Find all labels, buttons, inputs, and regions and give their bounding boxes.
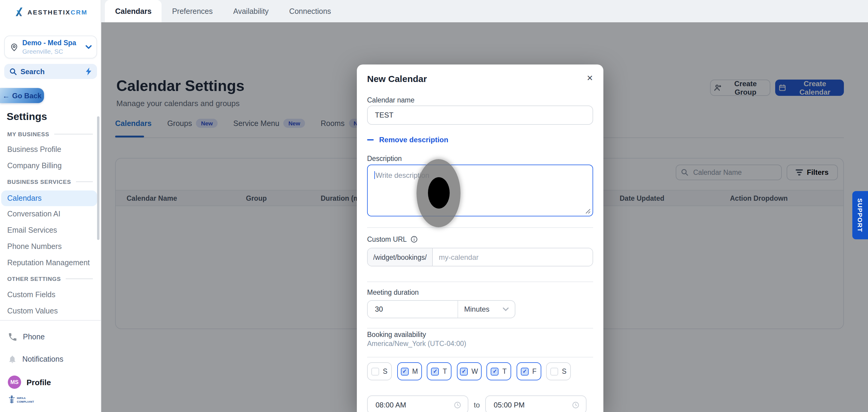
location-name: Demo - Med Spa (22, 39, 86, 47)
day-selector: S ✓M ✓T ✓W ✓T ✓F S (367, 362, 571, 380)
brand-name: AESTHETIXCRM (27, 8, 87, 16)
sidebar-item-calendars[interactable]: Calendars (1, 190, 97, 206)
section-label-other-settings: OTHER SETTINGS (7, 276, 93, 282)
sidebar-item-phone[interactable]: Phone (8, 332, 44, 342)
bell-icon (8, 354, 17, 364)
custom-url-label-row: Custom URL (367, 236, 418, 243)
day-checkbox-sun[interactable]: S (367, 362, 392, 380)
cursor-highlight (416, 159, 461, 227)
time-from-input[interactable] (374, 400, 454, 410)
day-checkbox-mon[interactable]: ✓M (397, 362, 422, 380)
notifications-label: Notifications (22, 355, 63, 363)
checkbox-icon (550, 368, 558, 375)
resize-handle-icon[interactable] (585, 209, 591, 214)
section-label-my-business: MY BUSINESS (7, 131, 93, 137)
to-label: to (474, 401, 480, 409)
day-checkbox-thu[interactable]: ✓T (487, 362, 511, 380)
info-icon (410, 236, 418, 243)
minus-icon (367, 139, 374, 140)
divider (367, 357, 593, 357)
hipaa-line2: COMPLIANT (17, 400, 34, 403)
new-calendar-modal: New Calendar ✕ Calendar name Remove desc… (357, 64, 603, 412)
support-tab[interactable]: SUPPORT (852, 191, 868, 239)
sidebar-item-phone-numbers[interactable]: Phone Numbers (7, 242, 62, 251)
day-checkbox-wed[interactable]: ✓W (457, 362, 481, 380)
calendar-name-label: Calendar name (367, 96, 414, 104)
sidebar-search[interactable]: Search (4, 64, 97, 79)
close-icon[interactable]: ✕ (587, 73, 593, 83)
sidebar-item-company-billing[interactable]: Company Billing (7, 162, 62, 170)
divider (367, 227, 593, 228)
day-checkbox-sat[interactable]: S (546, 362, 571, 380)
time-from-field[interactable] (367, 395, 468, 412)
clock-icon (572, 401, 579, 408)
custom-url-input[interactable] (433, 248, 592, 266)
checkbox-checked-icon: ✓ (401, 368, 408, 375)
section-label-business-services: BUSINESS SERVICES (7, 179, 93, 185)
hipaa-badge: HIPAA COMPLIANT (8, 395, 34, 405)
booking-availability-label: Booking availability (367, 331, 426, 338)
avatar: MS (8, 376, 21, 389)
caduceus-icon (8, 395, 15, 405)
checkbox-checked-icon: ✓ (431, 368, 439, 375)
checkbox-checked-icon: ✓ (521, 368, 529, 375)
day-checkbox-tue[interactable]: ✓T (427, 362, 452, 380)
description-textarea[interactable]: Write description (367, 164, 593, 216)
checkbox-checked-icon: ✓ (491, 368, 499, 375)
sidebar-item-notifications[interactable]: Notifications (8, 354, 63, 364)
checkbox-icon (371, 368, 379, 375)
search-icon (10, 68, 17, 75)
lightning-icon (86, 67, 92, 75)
nav-tab-preferences[interactable]: Preferences (162, 0, 223, 22)
day-checkbox-fri[interactable]: ✓F (516, 362, 541, 380)
sidebar-item-profile[interactable]: MS Profile (8, 376, 51, 389)
text-caret (374, 171, 375, 179)
duration-unit-select[interactable]: Minutes (458, 301, 515, 318)
divider (367, 328, 593, 328)
sidebar-item-conversation-ai[interactable]: Conversation AI (7, 210, 61, 218)
sidebar: AESTHETIXCRM Demo - Med Spa Greenville, … (0, 0, 101, 412)
nav-tab-calendars[interactable]: Calendars (105, 0, 162, 22)
location-pin-icon (10, 42, 19, 52)
sidebar-item-custom-fields[interactable]: Custom Fields (7, 290, 56, 299)
profile-label: Profile (27, 378, 51, 387)
timezone-label: America/New_York (UTC-04:00) (367, 340, 466, 347)
location-selector[interactable]: Demo - Med Spa Greenville, SC (4, 36, 97, 59)
nav-tab-connections[interactable]: Connections (279, 0, 341, 22)
cursor-dot (428, 177, 450, 209)
divider (367, 282, 593, 282)
sidebar-item-business-profile[interactable]: Business Profile (7, 145, 61, 154)
custom-url-prefix: /widget/bookings/ (368, 248, 433, 266)
chevron-down-icon (503, 308, 509, 311)
top-nav: Calendars Preferences Availability Conne… (101, 0, 868, 22)
go-back-label: Go Back (12, 91, 41, 100)
phone-icon (8, 332, 18, 342)
remove-description-link[interactable]: Remove description (367, 136, 448, 144)
phone-label: Phone (23, 333, 44, 341)
modal-title: New Calendar (367, 73, 427, 84)
brand-logo-icon (13, 7, 24, 18)
time-to-field[interactable] (485, 395, 587, 412)
sidebar-search-label: Search (21, 67, 82, 76)
app-root: AESTHETIXCRM Demo - Med Spa Greenville, … (0, 0, 868, 412)
sidebar-item-email-services[interactable]: Email Services (7, 226, 57, 234)
brand-logo: AESTHETIXCRM (0, 7, 101, 18)
clock-icon (454, 401, 461, 408)
hipaa-line1: HIPAA (17, 397, 34, 400)
nav-tab-availability[interactable]: Availability (223, 0, 279, 22)
sidebar-heading: Settings (7, 111, 47, 123)
custom-url-group: /widget/bookings/ (367, 248, 593, 266)
description-label: Description (367, 155, 402, 162)
sidebar-scrollbar[interactable] (97, 116, 99, 240)
meeting-duration-label: Meeting duration (367, 289, 418, 296)
sidebar-divider (0, 320, 101, 321)
sidebar-item-reputation-management[interactable]: Reputation Management (7, 259, 90, 267)
chevron-down-icon (86, 45, 92, 49)
checkbox-checked-icon: ✓ (460, 368, 468, 375)
duration-value-input[interactable] (368, 301, 458, 318)
calendar-name-input[interactable] (367, 105, 593, 125)
sidebar-item-custom-values[interactable]: Custom Values (7, 307, 58, 315)
go-back-button[interactable]: ← Go Back (0, 88, 44, 103)
arrow-left-icon: ← (2, 91, 10, 100)
time-to-input[interactable] (493, 400, 572, 410)
